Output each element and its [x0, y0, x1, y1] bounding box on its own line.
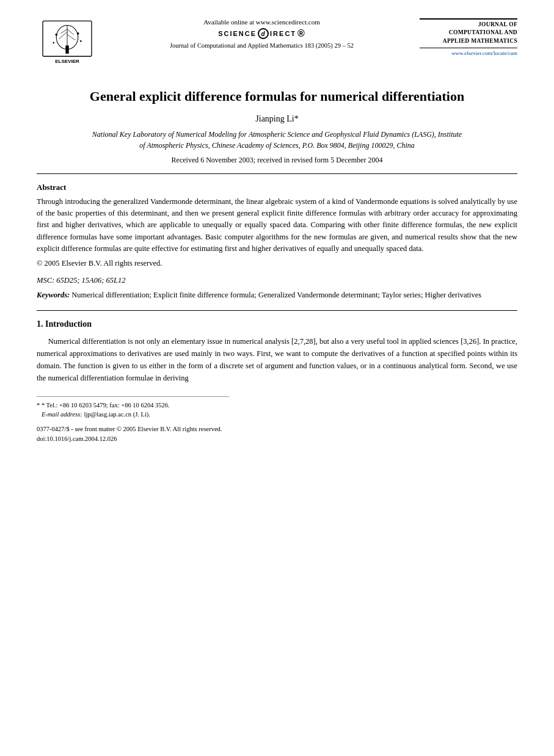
paper-affiliation: National Key Laboratory of Numerical Mod… [37, 129, 517, 151]
header-right: JOURNAL OF COMPUTATIONAL AND APPLIED MAT… [420, 18, 517, 56]
top-rule [37, 173, 517, 174]
footnote-email: E-mail address: ljp@lasg.iap.ac.cn (J. L… [37, 410, 517, 420]
section1-paragraph1: Numerical differentiation is not only an… [37, 335, 517, 384]
paper-title: General explicit difference formulas for… [37, 88, 517, 106]
svg-point-10 [53, 42, 54, 44]
keywords-label: Keywords: [37, 291, 70, 299]
footer-issn: 0377-0427/$ - see front matter © 2005 El… [37, 424, 517, 434]
page: ELSEVIER Available online at www.science… [0, 0, 554, 756]
sd-circle-icon: d [258, 28, 269, 39]
keywords-text: Keywords: Numerical differentiation; Exp… [37, 289, 517, 301]
msc-codes: 65D25; 15A06; 65L12 [56, 276, 125, 285]
section1-heading: 1. Introduction [37, 319, 517, 329]
journal-subtitle: Journal of Computational and Applied Mat… [110, 42, 414, 49]
elsevier-url-link[interactable]: www.elsevier.com/locate/cam [420, 50, 517, 56]
footer-area: 0377-0427/$ - see front matter © 2005 El… [37, 424, 517, 444]
title-section: General explicit difference formulas for… [37, 88, 517, 165]
svg-point-8 [55, 34, 57, 36]
svg-point-9 [77, 32, 79, 35]
abstract-text: Through introducing the generalized Vand… [37, 196, 517, 255]
page-header: ELSEVIER Available online at www.science… [37, 18, 517, 70]
msc-label: MSC: [37, 276, 54, 285]
email-address: ljp@lasg.iap.ac.cn (J. Li). [84, 411, 150, 418]
footer-doi: doi:10.1016/j.cam.2004.12.026 [37, 434, 517, 444]
svg-line-5 [67, 35, 75, 40]
elsevier-logo: ELSEVIER [37, 18, 98, 67]
sciencedirect-logo: SCIENCE d IRECT® [110, 28, 414, 39]
elsevier-logo-area: ELSEVIER [37, 18, 104, 70]
footnote-rule [37, 396, 229, 397]
paper-received: Received 6 November 2003; received in re… [37, 156, 517, 165]
abstract-heading: Abstract [37, 183, 517, 192]
available-online-text: Available online at www.sciencedirect.co… [110, 18, 414, 26]
footnote-area: * * Tel.: +86 10 6203 5479; fax: +86 10 … [37, 401, 517, 420]
sd-dot: ® [297, 28, 305, 39]
svg-text:ELSEVIER: ELSEVIER [55, 59, 79, 64]
header-center: Available online at www.sciencedirect.co… [104, 18, 420, 49]
svg-line-7 [67, 29, 74, 35]
abstract-section: Abstract Through introducing the general… [37, 183, 517, 302]
paper-author: Jianping Li* [37, 114, 517, 124]
sd-science-text: SCIENCE [218, 30, 257, 37]
footnote-star: * * Tel.: +86 10 6203 5479; fax: +86 10 … [37, 401, 517, 410]
header-rule-bottom [420, 48, 517, 48]
keywords-values: Numerical differentiation; Explicit fini… [71, 291, 481, 299]
sd-direct-text: IRECT [270, 30, 296, 37]
msc-text: MSC: 65D25; 15A06; 65L12 [37, 275, 517, 286]
header-rule-top [420, 18, 517, 20]
intro-section: 1. Introduction Numerical differentiatio… [37, 319, 517, 384]
bottom-rule [37, 310, 517, 311]
svg-line-4 [59, 32, 67, 39]
copyright-text: © 2005 Elsevier B.V. All rights reserved… [37, 258, 517, 269]
svg-point-11 [80, 40, 82, 42]
journal-title-right: JOURNAL OF COMPUTATIONAL AND APPLIED MAT… [420, 21, 517, 45]
